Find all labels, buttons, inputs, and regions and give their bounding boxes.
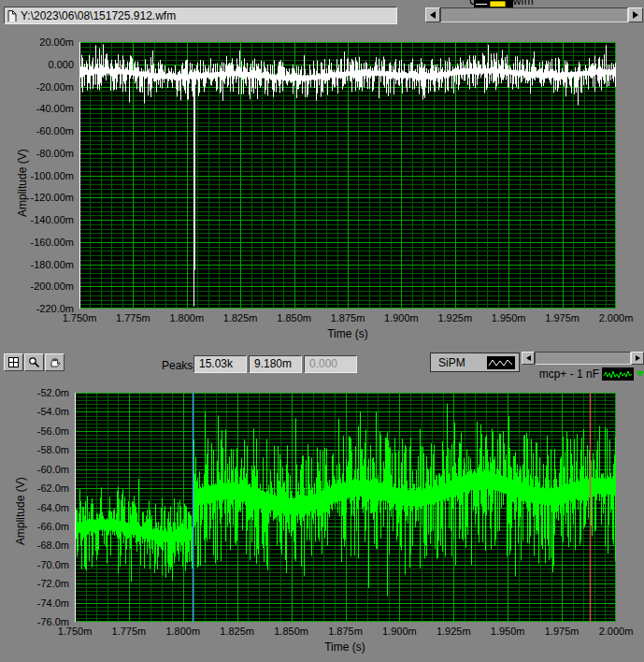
selected-plot-glyph-icon	[602, 367, 634, 381]
peak-value-3-disabled: 0.000	[304, 355, 357, 373]
peaks-label: Peaks	[162, 359, 193, 372]
x-axis-tick-label: 1.875m	[322, 312, 374, 324]
x-axis-tick-label: 1.950m	[482, 312, 535, 324]
x-axis-tick-label: 1.825m	[214, 312, 266, 324]
bottom-graph-plot-area[interactable]	[75, 393, 616, 622]
x-axis-tick-label: 1.775m	[103, 626, 155, 637]
y-axis-tick-label: -54.0m	[0, 406, 69, 417]
x-axis-tick-label: 1.850m	[268, 312, 321, 324]
y-axis-tick-label: -120.00m	[0, 192, 74, 203]
header-scroll-left-button[interactable]	[425, 7, 440, 22]
plot-scroll-left-button[interactable]	[522, 352, 535, 365]
y-axis-tick-label: -200.00m	[0, 281, 74, 292]
y-axis-tick-label: -56.0m	[0, 425, 69, 437]
plot-select-scrollbar[interactable]	[522, 352, 644, 365]
pan-tool-button[interactable]	[45, 353, 64, 371]
x-axis-tick-label: 1.925m	[429, 312, 481, 324]
y-axis-tick-label: -180.00m	[0, 259, 74, 270]
x-axis-tick-label: 1.975m	[536, 626, 588, 637]
wfm-path-control[interactable]: Y:\2023\06\08\151725.912.wfm	[4, 7, 397, 24]
x-axis-tick-label: 2.000m	[590, 312, 642, 324]
graph-palette	[4, 353, 64, 371]
y-axis-tick-label: -60.00m	[0, 125, 74, 137]
top-graph-plot-area[interactable]	[79, 42, 616, 309]
y-axis-tick-label: -64.0m	[0, 502, 69, 513]
ring-dropdown-icon	[637, 371, 644, 377]
y-axis-tick-label: -220.0m	[0, 303, 74, 314]
y-axis-tick-label: -58.0m	[0, 444, 69, 455]
x-axis-tick-label: 1.875m	[320, 626, 372, 637]
x-axis-tick-label: 1.975m	[537, 312, 589, 324]
y-axis-tick-label: -72.0m	[0, 578, 69, 589]
header-scrollbar[interactable]	[425, 7, 643, 22]
y-axis-tick-label: -160.00m	[0, 237, 74, 248]
plot-select-ring[interactable]: mcp+ - 1 nF	[522, 366, 644, 381]
top-graph-x-axis-title: Time (s)	[320, 327, 376, 340]
x-axis-tick-label: 1.900m	[373, 626, 425, 637]
bottom-graph-canvas	[75, 393, 616, 622]
right-arrow-icon	[633, 11, 638, 19]
y-axis-tick-label: -68.0m	[0, 540, 69, 551]
plot-scroll-right-button[interactable]	[631, 352, 644, 365]
peak-value-2[interactable]: 9.180m	[249, 355, 302, 373]
crosshair-icon	[7, 356, 20, 368]
bottom-graph-x-axis-title: Time (s)	[317, 640, 373, 654]
magnifier-icon	[28, 356, 40, 368]
labview-front-panel: { "window": { "panel_color": "#848484", …	[0, 0, 644, 662]
y-axis-tick-label: -70.0m	[0, 559, 69, 570]
zoom-tool-button[interactable]	[24, 353, 44, 371]
y-axis-tick-label: -76.0m	[0, 616, 69, 627]
x-axis-tick-label: 1.825m	[211, 626, 264, 637]
bottom-graph: Amplitude (V) Time (s) 1.750m1.775m1.800…	[0, 381, 644, 662]
top-graph-y-axis-title: Amplitude (V)	[16, 149, 29, 217]
x-axis-tick-label: 2.000m	[590, 626, 642, 637]
left-arrow-icon	[430, 11, 436, 19]
y-axis-tick-label: -74.0m	[0, 597, 69, 609]
x-axis-tick-label: 1.775m	[107, 312, 159, 324]
right-arrow-icon	[636, 355, 640, 361]
y-axis-tick-label: 20.00m	[0, 36, 74, 48]
cursor-tool-button[interactable]	[4, 353, 23, 371]
x-axis-tick-label: 1.850m	[265, 626, 318, 637]
y-axis-tick-label: -40.00m	[0, 103, 74, 114]
x-axis-tick-label: 1.900m	[375, 312, 427, 324]
y-axis-tick-label: -100.00m	[0, 170, 74, 181]
path-icon	[7, 9, 17, 22]
sipm-plot-selector[interactable]: SiPM	[430, 353, 520, 372]
peak-value-1[interactable]: 15.03k	[193, 355, 247, 373]
y-axis-tick-label: -20.00m	[0, 81, 74, 93]
wfm-path-text: Y:\2023\06\08\151725.912.wfm	[21, 9, 176, 22]
top-graph: Amplitude (V) Time (s) 1.750m1.775m1.800…	[0, 30, 644, 350]
y-axis-tick-label: -62.0m	[0, 482, 69, 494]
plot-scrollbar-track[interactable]	[535, 352, 631, 365]
y-axis-tick-label: -140.00m	[0, 214, 74, 225]
hand-icon	[49, 356, 61, 368]
x-axis-tick-label: 1.800m	[157, 626, 209, 637]
x-axis-tick-label: 1.925m	[427, 626, 479, 637]
plot-select-ring-label: mcp+ - 1 nF	[539, 367, 599, 381]
y-axis-tick-label: -80.00m	[0, 148, 74, 159]
top-graph-canvas	[79, 42, 616, 309]
y-axis-tick-label: -66.0m	[0, 521, 69, 532]
header-scrollbar-track[interactable]	[440, 7, 628, 22]
sipm-label: SiPM	[438, 356, 465, 369]
y-axis-tick-label: -52.0m	[0, 387, 69, 398]
header-scroll-right-button[interactable]	[628, 7, 643, 22]
sipm-plot-glyph-icon	[487, 356, 515, 369]
x-axis-tick-label: 1.800m	[161, 312, 213, 324]
x-axis-tick-label: 1.950m	[481, 626, 534, 637]
y-axis-tick-label: 0.000	[0, 59, 74, 70]
left-arrow-icon	[526, 355, 531, 361]
y-axis-tick-label: -60.0m	[0, 464, 69, 475]
